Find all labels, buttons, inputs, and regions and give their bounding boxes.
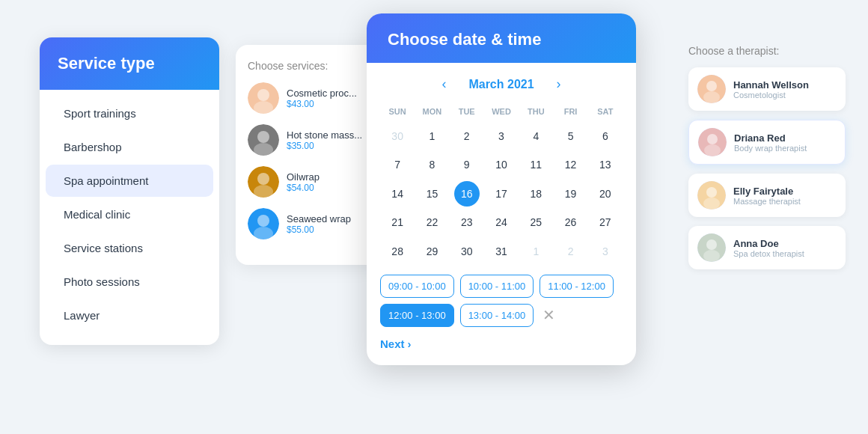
service-type-item-sport[interactable]: Sport trainings (46, 97, 213, 129)
time-slot-1[interactable]: 10:00 - 11:00 (460, 275, 534, 298)
calendar-day-30[interactable]: 30 (450, 237, 484, 266)
calendar-day-34[interactable]: 3 (588, 237, 623, 266)
calendar-day-23[interactable]: 23 (450, 208, 484, 236)
calendar-day-4[interactable]: 4 (519, 122, 553, 150)
calendar-day-31[interactable]: 31 (484, 237, 519, 266)
service-type-panel: Service type Sport trainingsBarbershopSp… (40, 37, 219, 345)
calendar-day-0[interactable]: 30 (380, 122, 415, 150)
service-type-item-lawyer[interactable]: Lawyer (46, 299, 213, 331)
service-item-1[interactable]: Hot stone mass...$35.00 (248, 124, 373, 156)
therapist-name-1: Driana Red (734, 132, 807, 144)
svg-point-20 (703, 198, 720, 210)
therapist-name-3: Anna Doe (733, 238, 804, 249)
calendar-day-12[interactable]: 12 (553, 150, 587, 179)
calendar-day-18[interactable]: 18 (519, 180, 553, 208)
service-avatar-3 (248, 208, 279, 239)
service-type-item-photo[interactable]: Photo sessions (46, 266, 213, 298)
therapist-info-3: Anna DoeSpa detox therapist (733, 238, 804, 258)
service-item-0[interactable]: Cosmetic proc...$43.00 (248, 82, 373, 114)
prev-month-button[interactable]: ‹ (437, 75, 450, 94)
calendar-day-7[interactable]: 7 (380, 150, 415, 179)
calendar-day-8[interactable]: 8 (415, 150, 449, 179)
service-name-3: Seaweed wrap (287, 213, 351, 224)
calendar-day-21[interactable]: 21 (380, 208, 415, 236)
service-item-3[interactable]: Seaweed wrap$55.00 (248, 208, 373, 239)
therapist-info-1: Driana RedBody wrap therapist (734, 132, 807, 153)
service-type-item-barber[interactable]: Barbershop (46, 131, 213, 163)
therapist-avatar-1 (698, 128, 727, 156)
calendar-day-10[interactable]: 10 (484, 150, 519, 179)
calendar-day-6[interactable]: 6 (588, 122, 623, 150)
calendar-day-2[interactable]: 2 (450, 122, 484, 150)
calendar-day-24[interactable]: 24 (484, 208, 519, 236)
service-type-list: Sport trainingsBarbershopSpa appointment… (40, 90, 219, 345)
therapist-role-3: Spa detox therapist (733, 249, 804, 258)
therapist-title: Choose a therapist: (688, 45, 846, 57)
therapist-list: Hannah WellsonCosmetologistDriana RedBod… (688, 67, 846, 269)
weekday-thu: THU (519, 104, 553, 119)
next-month-button[interactable]: › (552, 75, 566, 94)
calendar-day-22[interactable]: 22 (415, 208, 449, 236)
calendar-day-16[interactable]: 16 (454, 181, 480, 207)
calendar-day-29[interactable]: 29 (415, 237, 449, 266)
therapist-name-2: Elly Fairytale (733, 186, 801, 197)
calendar-day-25[interactable]: 25 (519, 208, 553, 236)
calendar-day-1[interactable]: 1 (415, 122, 449, 150)
next-label: Next (380, 337, 405, 350)
calendar-day-14[interactable]: 14 (380, 180, 415, 208)
therapist-item-3[interactable]: Anna DoeSpa detox therapist (688, 226, 846, 269)
service-price-2: $54.00 (287, 183, 320, 193)
therapist-role-1: Body wrap therapist (734, 144, 807, 153)
calendar-body: ‹ March 2021 › SUNMONTUEWEDTHUFRISAT 301… (367, 63, 636, 365)
svg-point-19 (706, 187, 717, 198)
weekday-wed: WED (484, 104, 519, 119)
clear-time-slots-button[interactable]: ✕ (540, 306, 558, 324)
therapist-item-1[interactable]: Driana RedBody wrap therapist (688, 120, 846, 165)
calendar-day-5[interactable]: 5 (553, 122, 587, 150)
weekday-tue: TUE (450, 104, 484, 119)
therapist-panel: Choose a therapist: Hannah WellsonCosmet… (688, 45, 846, 278)
time-slot-0[interactable]: 09:00 - 10:00 (380, 275, 454, 298)
service-info-3: Seaweed wrap$55.00 (287, 213, 351, 235)
calendar-weekdays: SUNMONTUEWEDTHUFRISAT (380, 104, 623, 119)
calendar-day-26[interactable]: 26 (553, 208, 587, 236)
svg-point-7 (257, 173, 269, 185)
time-slot-4[interactable]: 13:00 - 14:00 (460, 304, 534, 327)
service-avatar-0 (248, 82, 279, 114)
calendar-day-33[interactable]: 2 (553, 237, 587, 266)
therapist-item-0[interactable]: Hannah WellsonCosmetologist (688, 67, 846, 111)
calendar-day-20[interactable]: 20 (588, 180, 623, 208)
choose-services-title: Choose services: (248, 60, 373, 72)
services-list: Cosmetic proc...$43.00Hot stone mass...$… (248, 82, 373, 239)
service-type-item-spa[interactable]: Spa appointment (46, 165, 213, 197)
service-item-2[interactable]: Oilwrap$54.00 (248, 166, 373, 198)
svg-point-10 (257, 215, 269, 227)
calendar-month-nav: ‹ March 2021 › (380, 75, 623, 94)
calendar-day-9[interactable]: 9 (450, 150, 484, 179)
calendar-day-19[interactable]: 19 (553, 180, 587, 208)
therapist-item-2[interactable]: Elly FairytaleMassage therapist (688, 174, 846, 217)
calendar-day-11[interactable]: 11 (519, 150, 553, 179)
svg-point-1 (257, 89, 269, 101)
calendar-day-28[interactable]: 28 (380, 237, 415, 266)
next-chevron-icon: › (408, 337, 412, 350)
calendar-day-13[interactable]: 13 (588, 150, 623, 179)
next-button[interactable]: Next › (380, 337, 412, 350)
svg-point-23 (703, 250, 720, 262)
calendar-day-3[interactable]: 3 (484, 122, 519, 150)
time-slots-row: 09:00 - 10:0010:00 - 11:0011:00 - 12:001… (380, 275, 623, 327)
service-price-0: $43.00 (287, 99, 357, 109)
calendar-day-32[interactable]: 1 (519, 237, 553, 266)
therapist-info-2: Elly FairytaleMassage therapist (733, 186, 801, 206)
calendar-day-27[interactable]: 27 (588, 208, 623, 236)
calendar-day-15[interactable]: 15 (415, 180, 449, 208)
therapist-avatar-2 (697, 181, 726, 210)
service-type-item-medical[interactable]: Medical clinic (46, 198, 213, 230)
service-info-1: Hot stone mass...$35.00 (287, 129, 362, 151)
therapist-avatar-3 (697, 233, 726, 262)
calendar-day-17[interactable]: 17 (484, 180, 519, 208)
time-slot-2[interactable]: 11:00 - 12:00 (540, 275, 614, 298)
time-slot-3[interactable]: 12:00 - 13:00 (380, 304, 454, 327)
weekday-sun: SUN (380, 104, 415, 119)
service-type-item-stations[interactable]: Service stations (46, 232, 213, 264)
